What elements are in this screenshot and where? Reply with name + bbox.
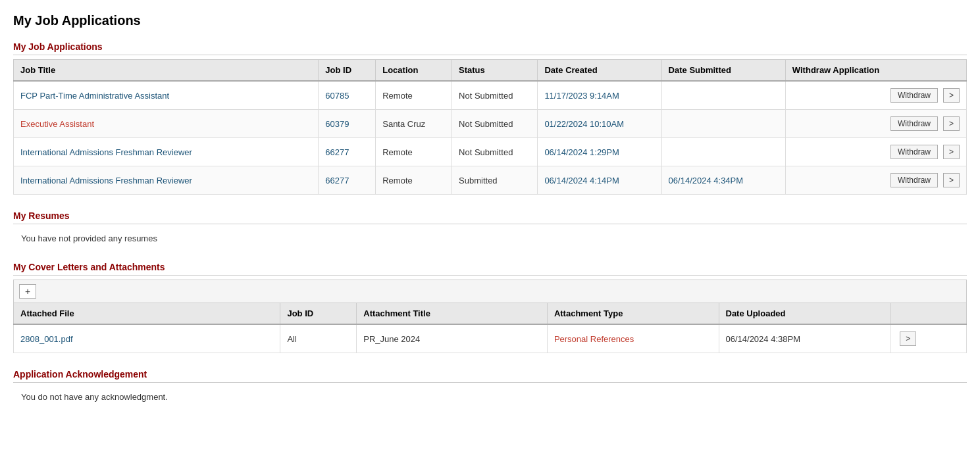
acknowledgement-text: You do not have any acknowledgment. xyxy=(13,387,967,404)
location-cell: Remote xyxy=(376,81,452,110)
job-title-link[interactable]: International Admissions Freshman Review… xyxy=(20,176,192,185)
attached-file-link[interactable]: 2808_001.pdf xyxy=(20,334,73,344)
date-submitted-cell xyxy=(661,110,785,138)
col-header-job-title: Job Title xyxy=(14,60,319,82)
withdraw-button[interactable]: Withdraw xyxy=(890,145,938,159)
withdraw-button[interactable]: Withdraw xyxy=(890,116,938,131)
acknowledgement-header: Application Acknowledgement xyxy=(13,369,967,383)
cover-letters-header: My Cover Letters and Attachments xyxy=(13,262,967,276)
att-job-id-cell: All xyxy=(280,324,357,353)
job-id-cell: 60785 xyxy=(319,81,376,110)
att-date-cell: 06/14/2024 4:38PM xyxy=(719,324,890,353)
col-header-location: Location xyxy=(376,60,452,82)
job-id-cell: 60379 xyxy=(319,110,376,138)
attachments-table: Attached File Job ID Attachment Title At… xyxy=(13,303,967,353)
resumes-section: My Resumes You have not provided any res… xyxy=(13,210,967,246)
att-action-cell: > xyxy=(890,324,967,353)
col-header-att-job-id: Job ID xyxy=(280,303,357,325)
job-title-link[interactable]: International Admissions Freshman Review… xyxy=(20,147,192,157)
col-header-att-title: Attachment Title xyxy=(357,303,548,325)
date-created-cell: 11/17/2023 9:14AM xyxy=(538,81,661,110)
date-submitted-cell xyxy=(661,81,785,110)
withdraw-cell: Withdraw> xyxy=(785,166,966,195)
withdraw-cell: Withdraw> xyxy=(785,110,966,138)
table-row: International Admissions Freshman Review… xyxy=(14,138,967,166)
col-header-status: Status xyxy=(452,60,538,82)
date-created-cell: 01/22/2024 10:10AM xyxy=(538,110,661,138)
date-submitted-cell: 06/14/2024 4:34PM xyxy=(661,166,785,195)
location-cell: Remote xyxy=(376,138,452,166)
date-created-cell: 06/14/2024 4:14PM xyxy=(538,166,661,195)
col-header-date-created: Date Created xyxy=(538,60,661,82)
page-title: My Job Applications xyxy=(13,13,967,28)
chevron-right-button[interactable]: > xyxy=(943,173,960,187)
status-cell: Not Submitted xyxy=(452,81,538,110)
job-title-cell: International Admissions Freshman Review… xyxy=(14,138,319,166)
att-chevron-button[interactable]: > xyxy=(900,331,916,346)
job-title-cell: FCP Part-Time Administrative Assistant xyxy=(14,81,319,110)
chevron-right-button[interactable]: > xyxy=(943,116,960,131)
att-type-cell: Personal References xyxy=(547,324,719,353)
job-id-link[interactable]: 60785 xyxy=(325,91,349,101)
table-row: FCP Part-Time Administrative Assistant60… xyxy=(14,81,967,110)
col-header-att-action xyxy=(890,303,967,325)
col-header-att-date: Date Uploaded xyxy=(719,303,890,325)
status-cell: Not Submitted xyxy=(452,110,538,138)
col-header-withdraw: Withdraw Application xyxy=(785,60,966,82)
date-submitted-cell xyxy=(661,138,785,166)
job-applications-section: My Job Applications Job Title Job ID Loc… xyxy=(13,41,967,195)
col-header-job-id: Job ID xyxy=(319,60,376,82)
location-cell: Remote xyxy=(376,166,452,195)
attachment-row: 2808_001.pdfAllPR_June 2024Personal Refe… xyxy=(14,324,967,353)
page-container: My Job Applications My Job Applications … xyxy=(0,0,980,465)
withdraw-button[interactable]: Withdraw xyxy=(890,88,938,103)
chevron-right-button[interactable]: > xyxy=(943,145,960,159)
cover-letters-section: My Cover Letters and Attachments + Attac… xyxy=(13,262,967,353)
table-header-row: Job Title Job ID Location Status Date Cr… xyxy=(14,60,967,82)
add-attachment-button[interactable]: + xyxy=(19,284,36,299)
withdraw-cell: Withdraw> xyxy=(785,138,966,166)
job-title-cell: Executive Assistant xyxy=(14,110,319,138)
job-title-cell: International Admissions Freshman Review… xyxy=(14,166,319,195)
att-title-cell: PR_June 2024 xyxy=(357,324,548,353)
job-title-link[interactable]: Executive Assistant xyxy=(20,119,94,129)
table-row: Executive Assistant60379Santa CruzNot Su… xyxy=(14,110,967,138)
job-id-link[interactable]: 60379 xyxy=(325,119,349,129)
withdraw-button[interactable]: Withdraw xyxy=(890,173,938,187)
job-applications-header: My Job Applications xyxy=(13,41,967,55)
col-header-date-submitted: Date Submitted xyxy=(661,60,785,82)
job-title-link[interactable]: FCP Part-Time Administrative Assistant xyxy=(20,91,169,101)
location-cell: Santa Cruz xyxy=(376,110,452,138)
job-id-link[interactable]: 66277 xyxy=(325,176,349,185)
resumes-header: My Resumes xyxy=(13,210,967,224)
job-id-cell: 66277 xyxy=(319,138,376,166)
date-created-cell: 06/14/2024 1:29PM xyxy=(538,138,661,166)
attachments-toolbar: + xyxy=(13,280,967,303)
acknowledgement-section: Application Acknowledgement You do not h… xyxy=(13,369,967,404)
status-cell: Not Submitted xyxy=(452,138,538,166)
job-id-link[interactable]: 66277 xyxy=(325,147,349,157)
resumes-empty-text: You have not provided any resumes xyxy=(13,228,967,246)
status-cell: Submitted xyxy=(452,166,538,195)
attached-file-cell: 2808_001.pdf xyxy=(14,324,280,353)
table-row: International Admissions Freshman Review… xyxy=(14,166,967,195)
col-header-attached-file: Attached File xyxy=(14,303,280,325)
job-id-cell: 66277 xyxy=(319,166,376,195)
withdraw-cell: Withdraw> xyxy=(785,81,966,110)
col-header-att-type: Attachment Type xyxy=(547,303,719,325)
chevron-right-button[interactable]: > xyxy=(943,88,960,103)
attachments-header-row: Attached File Job ID Attachment Title At… xyxy=(14,303,967,325)
job-applications-table: Job Title Job ID Location Status Date Cr… xyxy=(13,59,967,195)
